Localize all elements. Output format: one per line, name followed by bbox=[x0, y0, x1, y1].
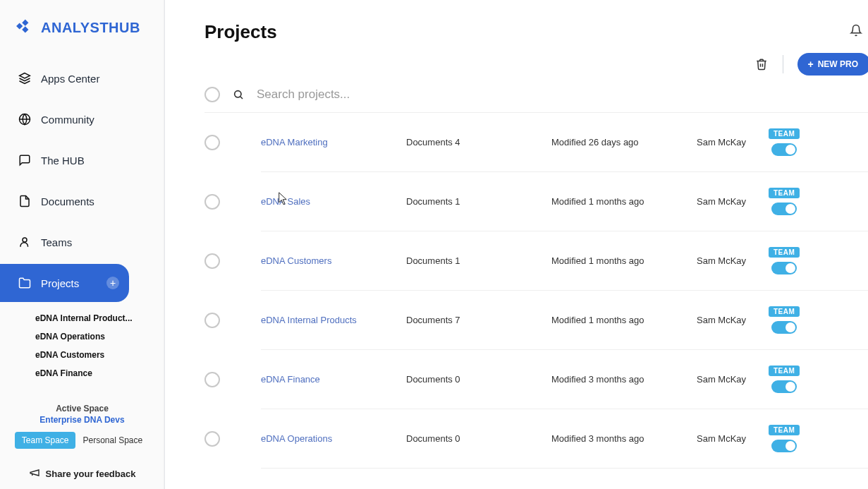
project-name-link[interactable]: eDNA Finance bbox=[261, 374, 406, 385]
svg-point-6 bbox=[23, 238, 27, 242]
delete-button[interactable] bbox=[754, 57, 769, 71]
project-documents-count: Documents 1 bbox=[406, 196, 551, 207]
project-row: eDNA MarketingDocuments 4Modified 26 day… bbox=[204, 113, 868, 172]
add-project-icon[interactable]: + bbox=[106, 277, 119, 289]
row-select-radio[interactable] bbox=[204, 372, 220, 387]
search-row bbox=[204, 81, 868, 113]
team-toggle[interactable] bbox=[771, 440, 797, 452]
project-modified: Modified 1 months ago bbox=[551, 255, 697, 266]
project-team-toggle-group: TEAM bbox=[769, 188, 800, 215]
project-owner: Sam McKay bbox=[697, 433, 769, 444]
page-title: Projects bbox=[204, 21, 868, 43]
project-row: eDNA CustomersDocuments 1Modified 1 mont… bbox=[204, 231, 868, 291]
search-input[interactable] bbox=[257, 87, 868, 102]
divider bbox=[783, 55, 783, 73]
sidebar-item-apps-center[interactable]: Apps Center bbox=[0, 59, 164, 97]
search-icon bbox=[233, 89, 244, 100]
team-space-tab[interactable]: Team Space bbox=[15, 432, 76, 449]
project-modified: Modified 1 months ago bbox=[551, 315, 697, 325]
svg-rect-2 bbox=[22, 26, 28, 32]
sidebar: ANALYSTHUB Apps Center Community bbox=[0, 0, 165, 489]
team-toggle[interactable] bbox=[771, 203, 797, 215]
sidebar-item-label: Teams bbox=[41, 236, 72, 248]
project-name-link[interactable]: eDNA Internal Products bbox=[261, 315, 406, 325]
new-project-button[interactable]: + NEW PRO bbox=[797, 53, 868, 76]
row-select-radio[interactable] bbox=[204, 135, 220, 150]
project-modified: Modified 3 months ago bbox=[551, 433, 697, 444]
sidebar-item-teams[interactable]: Teams bbox=[0, 223, 164, 261]
project-documents-count: Documents 0 bbox=[406, 374, 551, 385]
sidebar-item-the-hub[interactable]: The HUB bbox=[0, 141, 164, 179]
project-modified: Modified 3 months ago bbox=[551, 374, 697, 385]
project-team-toggle-group: TEAM bbox=[769, 366, 800, 393]
projects-list: eDNA MarketingDocuments 4Modified 26 day… bbox=[204, 113, 868, 469]
main-content: Projects + NEW PRO eDNA MarketingDocumen… bbox=[165, 0, 868, 489]
folder-icon bbox=[18, 277, 31, 289]
brand-mark-icon bbox=[16, 17, 34, 38]
active-space-name[interactable]: Enterprise DNA Devs bbox=[0, 415, 164, 425]
sidebar-item-label: The HUB bbox=[41, 155, 85, 167]
team-badge: TEAM bbox=[769, 306, 800, 317]
team-toggle[interactable] bbox=[771, 380, 797, 393]
svg-point-7 bbox=[235, 91, 241, 97]
subnav-item[interactable]: eDNA Customers bbox=[0, 346, 164, 364]
projects-subnav: eDNA Internal Product... eDNA Operations… bbox=[0, 305, 164, 392]
sidebar-item-label: Projects bbox=[41, 277, 79, 289]
megaphone-icon bbox=[29, 467, 40, 481]
active-space-box: Active Space Enterprise DNA Devs Team Sp… bbox=[0, 404, 164, 449]
row-select-radio[interactable] bbox=[204, 313, 220, 328]
personal-space-tab[interactable]: Personal Space bbox=[75, 432, 149, 449]
sidebar-item-projects[interactable]: Projects + bbox=[0, 264, 129, 302]
subnav-item[interactable]: eDNA Finance bbox=[0, 364, 164, 382]
project-documents-count: Documents 4 bbox=[406, 137, 551, 147]
svg-rect-1 bbox=[22, 20, 28, 26]
svg-rect-0 bbox=[16, 23, 23, 29]
project-row: eDNA FinanceDocuments 0Modified 3 months… bbox=[204, 350, 868, 409]
project-team-toggle-group: TEAM bbox=[769, 425, 800, 452]
stack-icon bbox=[18, 72, 31, 85]
share-feedback-link[interactable]: Share your feedback bbox=[0, 467, 164, 481]
project-team-toggle-group: TEAM bbox=[769, 128, 800, 156]
project-team-toggle-group: TEAM bbox=[769, 247, 800, 274]
project-documents-count: Documents 7 bbox=[406, 315, 551, 325]
team-toggle[interactable] bbox=[771, 143, 797, 156]
brand-logo[interactable]: ANALYSTHUB bbox=[0, 13, 164, 59]
project-owner: Sam McKay bbox=[697, 374, 769, 385]
project-owner: Sam McKay bbox=[697, 137, 769, 147]
team-toggle[interactable] bbox=[771, 262, 797, 274]
plus-icon: + bbox=[807, 59, 813, 69]
row-select-radio[interactable] bbox=[204, 253, 220, 269]
sidebar-item-label: Documents bbox=[41, 195, 94, 207]
svg-line-8 bbox=[240, 97, 243, 99]
project-modified: Modified 26 days ago bbox=[551, 137, 697, 147]
project-name-link[interactable]: eDNA Marketing bbox=[261, 137, 406, 147]
sidebar-item-label: Community bbox=[41, 114, 94, 126]
team-badge: TEAM bbox=[769, 366, 800, 376]
chat-icon bbox=[18, 154, 31, 167]
project-name-link[interactable]: eDNA Operations bbox=[261, 433, 406, 444]
project-documents-count: Documents 0 bbox=[406, 433, 551, 444]
project-owner: Sam McKay bbox=[697, 196, 769, 207]
subnav-item[interactable]: eDNA Operations bbox=[0, 327, 164, 346]
project-row: eDNA SalesDocuments 1Modified 1 months a… bbox=[204, 172, 868, 231]
row-select-radio[interactable] bbox=[204, 431, 220, 447]
user-icon bbox=[18, 236, 31, 248]
file-icon bbox=[18, 195, 31, 207]
team-toggle[interactable] bbox=[771, 321, 797, 334]
sidebar-item-documents[interactable]: Documents bbox=[0, 182, 164, 220]
project-row: eDNA OperationsDocuments 0Modified 3 mon… bbox=[204, 409, 868, 469]
row-select-radio[interactable] bbox=[204, 194, 220, 210]
project-name-link[interactable]: eDNA Sales bbox=[261, 196, 406, 207]
select-all-radio[interactable] bbox=[204, 87, 220, 102]
sidebar-item-community[interactable]: Community bbox=[0, 100, 164, 138]
brand-text: ANALYSTHUB bbox=[41, 20, 140, 36]
team-badge: TEAM bbox=[769, 128, 800, 139]
notifications-bell-icon[interactable] bbox=[850, 24, 862, 37]
team-badge: TEAM bbox=[769, 188, 800, 198]
project-team-toggle-group: TEAM bbox=[769, 306, 800, 334]
subnav-item[interactable]: eDNA Internal Product... bbox=[0, 309, 164, 327]
project-name-link[interactable]: eDNA Customers bbox=[261, 255, 406, 266]
active-space-title: Active Space bbox=[0, 404, 164, 413]
team-badge: TEAM bbox=[769, 247, 800, 258]
svg-marker-3 bbox=[20, 73, 30, 79]
